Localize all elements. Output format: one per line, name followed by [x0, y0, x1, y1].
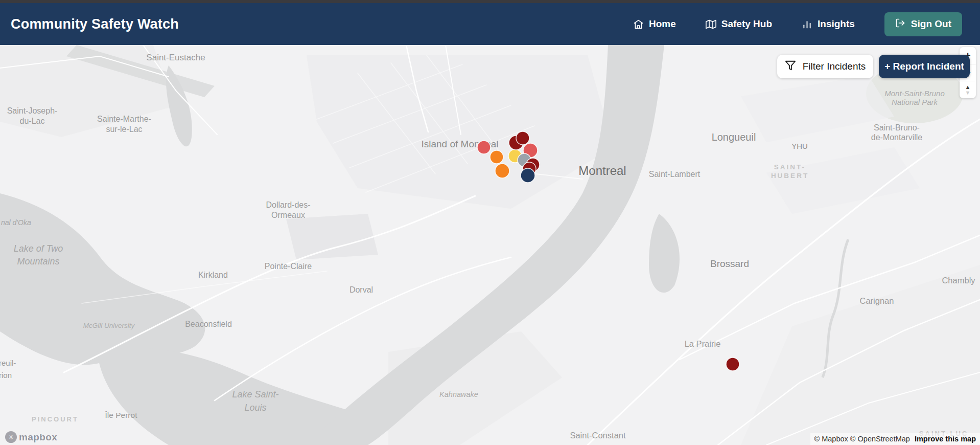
attribution-text: © Mapbox © OpenStreetMap: [814, 435, 910, 443]
map-label: Sainte-Marthe-: [97, 115, 151, 123]
map-label: Kahnawake: [439, 390, 478, 398]
incident-marker[interactable]: [490, 150, 503, 164]
map-label: Pointe-Claire: [265, 262, 312, 271]
incident-marker[interactable]: [516, 131, 529, 145]
map-label: Montreal: [578, 164, 626, 177]
app-header: Community Safety Watch Home Safety Hub I…: [0, 3, 980, 45]
map-label: National Park: [892, 98, 939, 106]
map-label: HUBERT: [771, 172, 809, 180]
page: { "header": { "app_title": "Community Sa…: [0, 0, 980, 445]
map-label: Brossard: [710, 258, 749, 269]
map-label: Saint-Constant: [570, 431, 626, 440]
map-label: reuil-: [0, 359, 16, 367]
report-incident-button[interactable]: + Report Incident: [879, 55, 970, 78]
mapbox-wordmark: mapbox: [19, 432, 57, 443]
map-label: Saint-Lambert: [649, 170, 701, 179]
map-attribution: © Mapbox © OpenStreetMap Improve this ma…: [810, 433, 980, 445]
map-label: Dorval: [349, 285, 373, 294]
incident-marker[interactable]: [495, 164, 509, 178]
bar-chart-icon: [802, 19, 812, 30]
map-label: YHU: [791, 142, 808, 150]
map-label: Saint-Bruno-: [874, 123, 920, 132]
map-label: rion: [0, 371, 12, 380]
basemap-graphics: Saint-EustacheSaint-Joseph-du-LacSainte-…: [0, 45, 980, 445]
map-label: PINCOURT: [32, 415, 79, 423]
arrow-down-icon: ▼: [965, 90, 971, 96]
map-label: Beaconsfield: [185, 320, 232, 328]
main-nav: Home Safety Hub Insights Sign Out: [633, 12, 962, 36]
map-label: de-Montarville: [871, 133, 923, 142]
mapbox-logo-icon: ✳: [5, 431, 17, 443]
map-label: Lake of Two: [14, 243, 63, 254]
map-label: Kirkland: [198, 271, 228, 279]
map-label: SAINT-: [774, 163, 806, 171]
filter-incidents-button[interactable]: Filter Incidents: [777, 55, 873, 78]
home-icon: [633, 19, 644, 30]
nav-item-insights[interactable]: Insights: [802, 18, 855, 30]
incident-marker[interactable]: [726, 358, 739, 371]
map-label: Saint-Eustache: [146, 53, 205, 62]
incident-marker[interactable]: [477, 141, 491, 154]
pitch-toggle-button[interactable]: ▲ ▼: [960, 81, 976, 98]
map-label: Saint-Joseph-: [7, 106, 58, 115]
improve-map-link[interactable]: Improve this map: [915, 435, 976, 443]
incident-marker[interactable]: [521, 168, 535, 183]
nav-label: Insights: [818, 18, 855, 30]
map-label: Ormeaux: [271, 211, 305, 219]
log-out-icon: [895, 18, 905, 31]
map-label: Louis: [244, 403, 266, 413]
nav-item-safety-hub[interactable]: Safety Hub: [706, 18, 772, 30]
map-label: du-Lac: [20, 117, 45, 125]
map-label: Carignan: [860, 296, 894, 305]
map-canvas[interactable]: Saint-EustacheSaint-Joseph-du-LacSainte-…: [0, 45, 980, 445]
map-label: Chambly: [942, 276, 975, 285]
sign-out-label: Sign Out: [911, 18, 951, 30]
map-label: Lake Saint-: [232, 389, 278, 399]
funnel-icon: [785, 60, 796, 74]
mapbox-logo[interactable]: ✳ mapbox: [5, 431, 57, 443]
map-icon: [706, 19, 716, 30]
map-label: Mont-Saint-Bruno: [884, 89, 945, 98]
map-label: sur-le-Lac: [106, 125, 142, 134]
nav-label: Home: [649, 18, 676, 30]
map-label: Mountains: [17, 256, 59, 266]
map-label: Dollard-des-: [266, 201, 310, 209]
nav-item-home[interactable]: Home: [633, 18, 676, 30]
sign-out-button[interactable]: Sign Out: [884, 12, 962, 36]
app-title: Community Safety Watch: [11, 16, 179, 32]
filter-incidents-label: Filter Incidents: [803, 61, 866, 72]
map-label: La Prairie: [685, 339, 721, 348]
map-label: Île Perrot: [105, 411, 138, 419]
map-label: nal d'Oka: [1, 218, 31, 227]
map-label: McGill University: [83, 322, 135, 329]
map-label: Longueuil: [712, 131, 756, 143]
nav-label: Safety Hub: [721, 18, 772, 30]
